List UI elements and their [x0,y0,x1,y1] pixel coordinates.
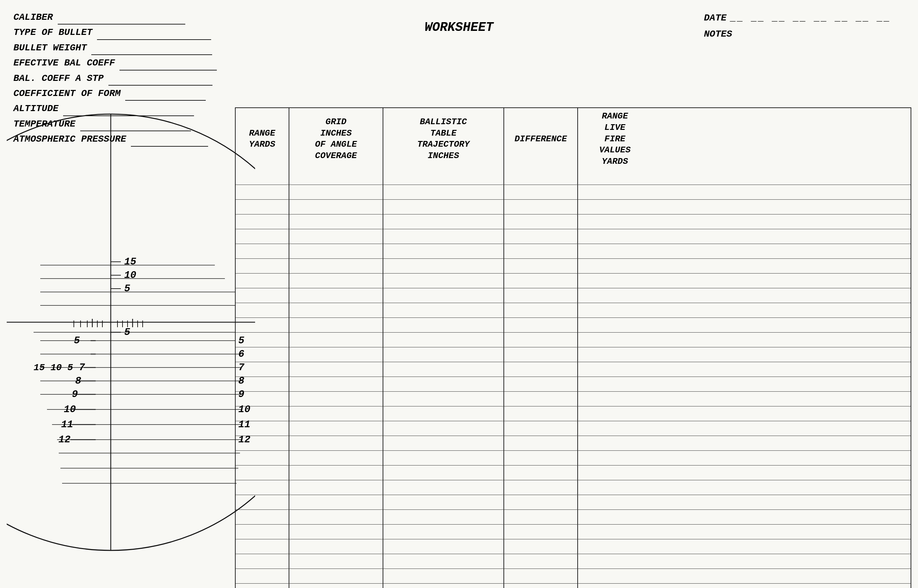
scope-diagram: 15 10 5 5 5 5 6 7 7 8 8 9 [7,94,255,570]
table-cell [236,185,289,199]
field-label-bullet-weight: BULLET WEIGHT [13,40,87,55]
notes-line: NOTES [704,26,891,42]
table-cell [289,273,383,288]
table-cell [383,495,504,509]
table-cell [504,229,578,244]
table-cell [383,170,504,184]
table-row [236,421,911,436]
field-bullet-weight: BULLET WEIGHT [13,40,217,55]
table-cell [289,185,383,199]
svg-text:5: 5 [74,335,80,346]
table-cell [504,569,578,583]
table-cell [236,377,289,391]
table-row [236,554,911,569]
svg-text:9: 9 [72,389,78,400]
table-cell [504,185,578,199]
table-cell [236,495,289,509]
table-cell [289,244,383,258]
table-cell [578,540,652,554]
table-cell [236,451,289,465]
table-row [236,288,911,303]
field-efective-bal: EFECTIVE BAL COEFF [13,56,217,70]
svg-text:15: 15 [124,256,136,268]
table-header: RANGE YARDS GRID INCHES OF ANGLE COVERAG… [235,107,911,170]
table-row [236,584,911,588]
table-cell [578,347,652,362]
table-cell [578,525,652,539]
table-cell [383,229,504,244]
table-cell [578,215,652,229]
table-cell [504,540,578,554]
table-cell [289,303,383,318]
table-cell [578,554,652,569]
svg-text:15 10 5: 15 10 5 [34,362,73,373]
table-cell [289,495,383,509]
table-cell [236,303,289,318]
table-cell [383,392,504,406]
col-header-range-yards: RANGE YARDS [236,108,289,170]
table-cell [504,259,578,273]
table-row [236,540,911,554]
table-cell [578,259,652,273]
table-cell [236,200,289,214]
table-cell [504,288,578,303]
table-cell [236,259,289,273]
table-cell [289,392,383,406]
field-label-caliber: CALIBER [13,10,53,24]
table-cell [383,451,504,465]
table-cell [504,406,578,421]
table-row [236,451,911,465]
table-cell [236,406,289,421]
table-cell [383,288,504,303]
table-cell [236,318,289,332]
table-cell [504,510,578,524]
field-label-bal-coeff-stp: BAL. COEFF A STP [13,71,104,86]
notes-label: NOTES [704,29,732,39]
table-row [236,495,911,510]
page: CALIBER TYPE OF BULLET BULLET WEIGHT EFE… [0,0,918,588]
table-cell [289,525,383,539]
col-header-grid-inches: GRID INCHES OF ANGLE COVERAGE [289,108,383,170]
table-row [236,244,911,259]
table-cell [289,362,383,376]
field-label-efective-bal: EFECTIVE BAL COEFF [13,56,115,70]
table-cell [289,200,383,214]
table-row [236,333,911,347]
table-row [236,200,911,215]
table-row [236,465,911,480]
table-cell [236,273,289,288]
col-header-ballistic: BALLISTIC TABLE TRAJECTORY INCHES [383,108,504,170]
table-cell [236,584,289,588]
table-cell [236,170,289,184]
table-cell [578,229,652,244]
table-cell [504,392,578,406]
table-cell [289,318,383,332]
table-cell [578,170,652,184]
table-row [236,318,911,333]
table-cell [504,554,578,569]
table-cell [578,185,652,199]
table-cell [578,480,652,495]
table-row [236,170,911,185]
table-cell [383,273,504,288]
table-cell [578,584,652,588]
table-cell [578,200,652,214]
table-cell [383,318,504,332]
table-cell [236,465,289,480]
field-type-bullet: TYPE OF BULLET [13,25,217,40]
table-cell [504,377,578,391]
svg-text:7: 7 [79,362,85,373]
table-cell [236,288,289,303]
table-row [236,569,911,584]
table-cell [504,215,578,229]
table-cell [289,229,383,244]
table-row [236,273,911,288]
field-label-type-bullet: TYPE OF BULLET [13,25,92,40]
svg-text:12: 12 [58,434,71,445]
table-cell [383,540,504,554]
table-cell [383,215,504,229]
col-header-difference: DIFFERENCE [504,108,578,170]
table-cell [289,347,383,362]
table-cell [383,347,504,362]
table-row [236,229,911,244]
